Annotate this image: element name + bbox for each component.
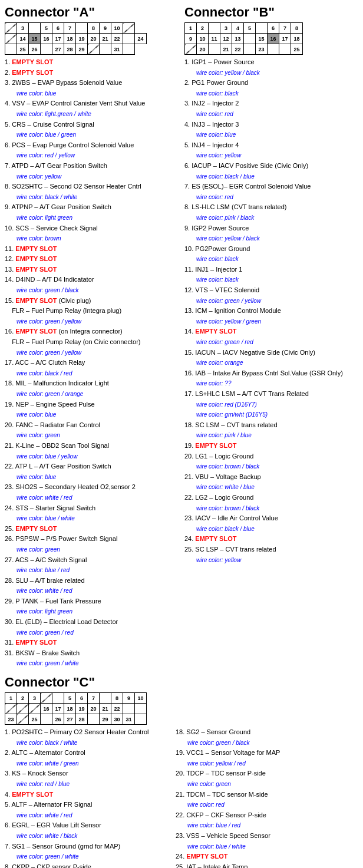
connector-c-title: Connector "C" — [5, 675, 358, 690]
grid-cell: 18 — [64, 34, 76, 44]
grid-cell-diag — [17, 704, 29, 714]
wire-color: wire color: yellow / red — [176, 760, 246, 767]
grid-cell: 16 — [41, 34, 52, 44]
pin-label: 14. D4IND – A/T D4 Indicatator — [5, 276, 94, 283]
wire-color: wire color: black / red — [5, 370, 72, 377]
empty-slot-badge: EMPTY SLOT — [12, 69, 53, 76]
pin-item: 23. VSS – Vehicle Speed Sensor wire colo… — [176, 831, 358, 852]
wire-color: wire color: blue / white — [176, 843, 246, 850]
grid-cell: 21 — [100, 34, 111, 44]
connector-c-pins-right: 18. SG2 – Sensor Ground wire color: gree… — [176, 727, 358, 868]
wire-color: wire color: black / white — [5, 740, 77, 746]
pin-item: 1. IGP1 – Power Source wire color: yello… — [184, 57, 358, 78]
pin-label: 7. SG1 – Sensor Ground (grnd for MAP) — [5, 843, 120, 850]
pin-item: 16. EMPTY SLOT (on Integra connector) — [5, 326, 179, 337]
pin-label: 21. K-Line – OBD2 Scan Tool Signal — [5, 442, 109, 449]
pin-label: 10. SCS – Service Check Signal — [5, 225, 98, 232]
wire-color: wire color: light.green / white — [5, 111, 91, 117]
grid-cell-diag — [5, 704, 17, 714]
pin-label: 18. SC LSM – CVT trans related — [184, 421, 278, 428]
grid-cell — [123, 44, 135, 55]
grid-cell: 9 — [123, 693, 135, 704]
grid-cell — [88, 714, 100, 725]
pin-item: 21. VBU – Voltage Backup wire color: whi… — [184, 472, 358, 493]
grid-cell: 22 — [232, 44, 244, 55]
pin-item: 21. K-Line – OBD2 Scan Tool Signal wire … — [5, 441, 179, 461]
pin-item: 18. MIL – Malfunction Indicator Light wi… — [5, 378, 179, 399]
pin-item: 6. EGRL – EGR Value Lift Sensor wire col… — [5, 820, 170, 841]
empty-slot-badge: EMPTY SLOT — [195, 535, 236, 542]
pin-item: 20. LG1 – Logic Ground wire color: brown… — [184, 451, 358, 472]
connector-b-section: Connector "B" 1 2 3 4 5 6 7 8 9 10 — [184, 5, 358, 669]
grid-cell: 9 — [100, 23, 111, 34]
pin-item: 25. IAT – Intake Air Temp wire color: re… — [176, 862, 358, 868]
pin-label: 23. IACV – Idle Air Control Value — [184, 514, 278, 522]
pin-item: FLR – Fuel Pump Relay (on Civic connecto… — [5, 337, 179, 358]
pin-item: 9. ATPNP – A/T Gear Position Switch wire… — [5, 202, 179, 223]
pin-label: 23. SHO2S – Secondary Heated O2,sensor 2 — [5, 483, 136, 490]
pin-label: 20. FANC – Radiator Fan Control — [5, 421, 100, 428]
grid-cell-diag — [185, 44, 197, 55]
pin-item: 9. IGP2 Power Source wire color: yellow … — [184, 223, 358, 244]
pin-item: 2. ALTC – Alternator Control wire color:… — [5, 748, 170, 768]
pin-item: 12. EMPTY SLOT — [5, 254, 179, 265]
pin-label: 18. MIL – Malfunction Indicator Light — [5, 379, 109, 387]
grid-cell — [100, 44, 111, 55]
pin-item: 28. SLU – A/T brake related wire color: … — [5, 576, 179, 596]
pin-item: 4. VSV – EVAP Control Canister Vent Shut… — [5, 98, 179, 119]
grid-cell — [244, 44, 256, 55]
pin-item: 1. PO2SHTC – Primary O2 Sensor Heater Co… — [5, 727, 170, 748]
pin-label: 16. EMPTY SLOT (on Integra connector) — [5, 328, 123, 335]
pin-label: 7. ES (ESOL)– EGR Control Solenoid Value — [184, 183, 311, 190]
wire-color: wire color: white / blue — [184, 484, 255, 490]
pin-item: 3. 2WBS – EVAP Bypass Solenoid Value wir… — [5, 78, 179, 98]
pin-item: 18. SG2 – Sensor Ground wire color: gree… — [176, 727, 358, 748]
grid-cell: 25 — [29, 714, 41, 725]
pin-item: 4. INJ3 – Injector 3 wire color: blue — [184, 120, 358, 140]
wire-color: wire color: red / blue — [5, 781, 70, 787]
pin-label: 27. ACS – A/C Switch Signal — [5, 556, 87, 563]
empty-slot-badge: EMPTY SLOT — [15, 245, 57, 252]
pin-label: 26. PSPSW – P/S Power Switch Signal — [5, 535, 117, 542]
grid-cell: 18 — [64, 704, 76, 714]
pin-label: 25. IAT – Intake Air Temp — [176, 863, 248, 868]
grid-cell — [256, 23, 268, 34]
connector-b-pin-list: 1. IGP1 – Power Source wire color: yello… — [184, 57, 358, 565]
pin-label: 7. ATPD – A/T Gear Position Switch — [5, 162, 107, 169]
pin-item: 22. CKFP – CKF Sensor P-side wire color:… — [176, 810, 358, 831]
grid-cell — [76, 23, 88, 34]
grid-cell: 3 — [17, 23, 29, 34]
grid-cell — [123, 704, 135, 714]
wire-color: wire color: black — [184, 256, 239, 262]
pin-label: 3. KS – Knock Sensor — [5, 770, 68, 777]
grid-cell: 5 — [244, 23, 256, 34]
pin-item: 16. IAB – Intake Air Bypass Cntrl Sol.Va… — [184, 368, 358, 389]
pin-label: 22. ATP L – A/T Gear Position Switch — [5, 463, 111, 470]
grid-cell: 22 — [111, 704, 123, 714]
pin-label: 21. VBU – Voltage Backup — [184, 473, 261, 480]
pin-label: 21. TDCM – TDC sensor M-side — [176, 791, 268, 798]
pin-label: 13. EMPTY SLOT — [5, 266, 57, 273]
grid-cell: 8 — [88, 23, 100, 34]
pin-item: 7. ES (ESOL)– EGR Control Solenoid Value… — [184, 181, 358, 202]
grid-cell: 20 — [197, 44, 209, 55]
wire-color: wire color: green / red — [184, 339, 253, 345]
pin-label: 12. EMPTY SLOT — [5, 255, 57, 262]
wire-color: wire color: yellow — [184, 152, 241, 159]
grid-cell: 17 — [279, 34, 291, 44]
pin-item: 2. PG1 Power Ground wire color: black — [184, 78, 358, 98]
pin-label: 8. CKPP – CKP sensor P-side — [5, 863, 91, 868]
empty-slot-badge: EMPTY SLOT — [15, 639, 57, 646]
wire-color: wire color: blue — [5, 90, 56, 97]
grid-cell-shaded: 15 — [29, 34, 41, 44]
grid-cell: 21 — [220, 44, 232, 55]
pin-label: 29. P TANK – Fuel Tank Pressure — [5, 598, 101, 605]
wire-color: wire color: blue — [184, 131, 236, 138]
grid-cell: 3 — [220, 23, 232, 34]
pin-label: 11. EMPTY SLOT — [5, 245, 57, 252]
wire-color: wire color: blue / green — [5, 131, 76, 138]
pin-label: 6. PCS – Evap Purge Control Solenoid Val… — [5, 141, 134, 148]
pin-label: 3. INJ2 – Injector 2 — [184, 100, 239, 107]
empty-slot-badge: EMPTY SLOT — [15, 328, 57, 335]
pin-item: 5. INJ4 – Injector 4 wire color: yellow — [184, 140, 358, 161]
